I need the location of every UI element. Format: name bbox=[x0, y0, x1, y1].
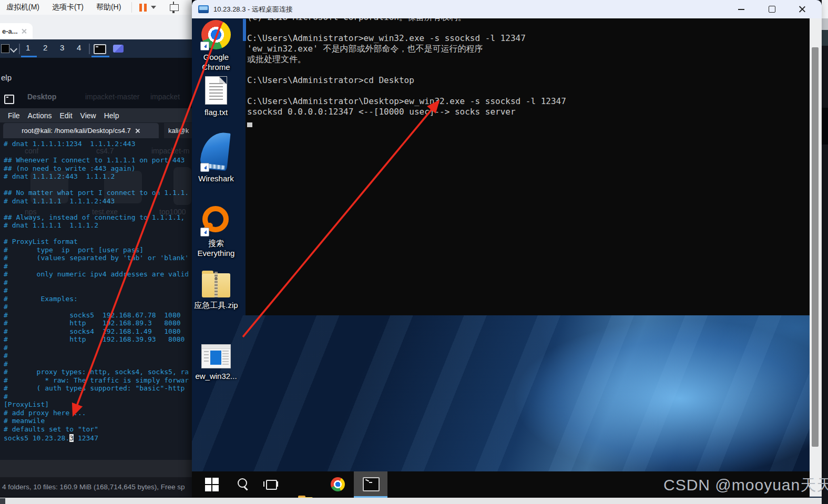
folder-label: cs4.7 bbox=[96, 147, 114, 155]
workspace-bar: 1 2 3 4 bbox=[0, 39, 192, 58]
config-cursor-line: socks5 10.23.28.3 12347 bbox=[4, 434, 98, 443]
vm-tab-label: e-a... bbox=[2, 27, 18, 35]
folder-label: conf bbox=[25, 147, 38, 155]
background-icon-ghost bbox=[104, 171, 142, 203]
terminal-icon[interactable] bbox=[4, 95, 14, 104]
pause-icon[interactable] bbox=[139, 4, 147, 12]
icon-label: ew_win32... bbox=[192, 371, 240, 381]
folder-label: impacket bbox=[150, 92, 180, 101]
remote-desktop-icon bbox=[198, 5, 209, 13]
command-prompt-icon bbox=[363, 477, 380, 491]
background-icon-ghost bbox=[173, 167, 191, 205]
desktop-icon-everything[interactable]: 搜索 Everything bbox=[192, 206, 240, 258]
active-app-underline bbox=[91, 56, 109, 57]
shortcut-arrow-icon bbox=[200, 42, 209, 50]
icon-label: 搜索 Everything bbox=[192, 238, 240, 258]
windows-wallpaper bbox=[192, 315, 822, 471]
cmd-cursor bbox=[247, 122, 252, 127]
proxychains-config-text: # dnat 1.1.1.1:1234 1.1.1.2:443 ## Whene… bbox=[0, 140, 189, 433]
text-cursor: 3 bbox=[69, 434, 74, 442]
page-scrollbar-thumb[interactable] bbox=[822, 18, 828, 30]
vm-tab[interactable]: e-a... bbox=[0, 23, 33, 39]
icon-label: Google Chrome bbox=[192, 52, 240, 72]
terminal-tab-other[interactable]: kali@k bbox=[164, 123, 192, 138]
vmware-tabstrip: e-a... bbox=[0, 15, 192, 39]
close-icon[interactable] bbox=[135, 128, 140, 133]
rdp-scrollbar[interactable] bbox=[810, 18, 822, 497]
display-settings-icon[interactable] bbox=[170, 4, 179, 11]
chevron-down-icon[interactable] bbox=[10, 45, 17, 53]
cmd-window[interactable]: (c) 2018 Microsoft Corporation。保留所有权利。 C… bbox=[246, 18, 810, 315]
file-manager-bottom bbox=[0, 460, 192, 477]
corner-notch bbox=[0, 498, 5, 504]
rdp-window: 10.23.28.3 - 远程桌面连接 (c) 2018 Microsoft C… bbox=[192, 0, 822, 498]
terminal-tab-label: root@kali: /home/kali/Desktop/cs4.7 bbox=[22, 127, 131, 135]
menu-tabs[interactable]: 选项卡(T) bbox=[46, 3, 90, 12]
workspace-2[interactable]: 2 bbox=[43, 43, 47, 52]
workspace-1[interactable]: 1 bbox=[26, 43, 30, 52]
cmd-output-text: (c) 2018 Microsoft Corporation。保留所有权利。 C… bbox=[247, 18, 566, 117]
icon-label: flag.txt bbox=[192, 107, 240, 117]
menu-actions[interactable]: Actions bbox=[28, 111, 52, 120]
shortcut-arrow-icon bbox=[200, 228, 209, 236]
workspace-3[interactable]: 3 bbox=[60, 43, 64, 52]
scrollbar-thumb[interactable] bbox=[812, 47, 819, 447]
cmd-window-edge bbox=[243, 19, 246, 41]
close-button[interactable] bbox=[790, 0, 814, 18]
menu-help[interactable]: 帮助(H) bbox=[90, 3, 127, 12]
terminal-tabbar: root@kali: /home/kali/Desktop/cs4.7 kali… bbox=[0, 122, 192, 138]
terminal-menubar: File Actions Edit View Help bbox=[0, 108, 192, 122]
task-view-icon[interactable] bbox=[263, 476, 280, 493]
vmware-menubar: 虚拟机(M) 选项卡(T) 帮助(H) bbox=[0, 0, 192, 15]
desktop-icon-flag-txt[interactable]: flag.txt bbox=[192, 76, 240, 117]
screenshot-canvas: 虚拟机(M) 选项卡(T) 帮助(H) e-a... 1 2 3 4 elp D… bbox=[0, 0, 828, 504]
folder-label: Desktop bbox=[27, 92, 56, 101]
shortcut-arrow-icon bbox=[200, 163, 209, 172]
menu-help[interactable]: Help bbox=[104, 111, 119, 120]
minimize-button[interactable] bbox=[729, 0, 753, 18]
bottom-edge-strip bbox=[0, 498, 822, 504]
folder-label: impacket-m bbox=[151, 147, 189, 155]
divider bbox=[89, 44, 90, 54]
terminal-viewport: conf cs4.7 impacket-m nps test.exe top10… bbox=[0, 138, 192, 460]
csdn-watermark: CSDN @mooyuan天天 bbox=[663, 475, 826, 496]
window-icon[interactable] bbox=[113, 45, 124, 53]
desktop-icon-chrome[interactable]: Google Chrome bbox=[192, 20, 240, 72]
cmd-taskbar-button[interactable] bbox=[354, 471, 387, 496]
search-icon[interactable] bbox=[235, 476, 252, 493]
icon-label: Wireshark bbox=[192, 173, 240, 183]
workspace-4[interactable]: 4 bbox=[77, 43, 81, 52]
terminal-tab-active[interactable]: root@kali: /home/kali/Desktop/cs4.7 bbox=[3, 123, 159, 138]
menu-virtual-machine[interactable]: 虚拟机(M) bbox=[0, 3, 46, 12]
active-workspace-underline bbox=[21, 56, 37, 57]
desktop-icon-ew-win32[interactable]: ew_win32... bbox=[192, 344, 240, 381]
page-scroll-area bbox=[822, 0, 828, 504]
windows-logo-icon bbox=[205, 478, 219, 491]
background-icon-ghost bbox=[30, 171, 68, 203]
partial-menu-text: elp bbox=[1, 73, 12, 82]
menu-edit[interactable]: Edit bbox=[59, 111, 72, 120]
application-icon bbox=[201, 344, 231, 368]
file-manager-statusbar: 4 folders, 10 files: 160.9 MiB (168,714,… bbox=[0, 477, 192, 497]
toolbar-divider bbox=[131, 2, 132, 13]
chevron-down-icon[interactable] bbox=[151, 6, 156, 9]
rdp-titlebar[interactable]: 10.23.28.3 - 远程桌面连接 bbox=[192, 0, 822, 19]
start-button[interactable] bbox=[203, 476, 220, 493]
console-icon[interactable] bbox=[1, 44, 9, 53]
menu-file[interactable]: File bbox=[8, 111, 20, 120]
folder-label: impacket-master bbox=[85, 92, 139, 101]
zip-folder-icon bbox=[202, 273, 230, 297]
terminal-icon[interactable] bbox=[94, 44, 106, 54]
file-label: nps bbox=[25, 208, 37, 216]
menu-view[interactable]: View bbox=[80, 111, 96, 120]
chrome-taskbar-icon[interactable] bbox=[330, 476, 346, 493]
close-icon[interactable] bbox=[21, 28, 27, 34]
desktop-icon-zip[interactable]: 应急工具.zip bbox=[192, 273, 240, 310]
file-label: top1000 bbox=[159, 208, 186, 216]
rdp-title: 10.23.28.3 - 远程桌面连接 bbox=[213, 5, 293, 14]
terminal-tab-label: kali@k bbox=[168, 127, 189, 135]
icon-label: 应急工具.zip bbox=[192, 300, 240, 310]
desktop-icon-wireshark[interactable]: Wireshark bbox=[192, 132, 240, 183]
divider bbox=[19, 44, 20, 54]
maximize-button[interactable] bbox=[760, 0, 784, 18]
